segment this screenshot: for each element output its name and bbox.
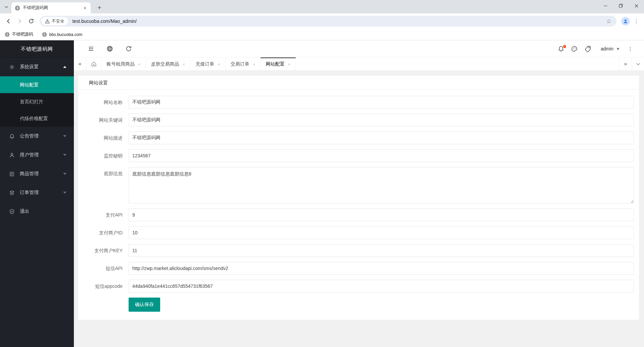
form-row: 网站名称 [78, 96, 639, 109]
notifications-bell-icon[interactable] [554, 40, 568, 57]
card-title: 网站设置 [78, 76, 639, 90]
avatar-icon [621, 17, 630, 26]
header-right: admin ▼ ⋮ [554, 40, 636, 57]
refresh-page-icon[interactable] [122, 40, 135, 57]
sidebar-logo: 不错吧源码网 [0, 40, 74, 57]
monitor-secret-input[interactable] [129, 149, 634, 162]
browser-tab[interactable]: 不错吧源码网 × [11, 2, 91, 13]
user-menu[interactable]: admin ▼ [601, 46, 620, 51]
workspace-tab[interactable]: 充值订单 × [190, 57, 226, 70]
workspace-tab-label: 皮肤交易商品 [151, 61, 179, 67]
bookmark-label: bbs.bucuoba.com [49, 32, 83, 37]
home-icon [91, 61, 97, 67]
content-area: 网站设置 网站名称 网站关键词 网站描述 监控秘钥 [74, 71, 644, 347]
tabs-menu-icon[interactable] [632, 57, 644, 70]
tab-close-icon[interactable]: × [288, 62, 290, 67]
sidebar-item-label: 退出 [20, 208, 29, 215]
reload-icon[interactable] [26, 15, 37, 27]
pay-merchant-key-input[interactable] [129, 244, 634, 257]
bookmark-label: 不错吧源码 [12, 32, 33, 37]
browser-tab-strip: 不错吧源码网 × + [0, 0, 644, 13]
sms-appcode-input[interactable] [129, 280, 634, 293]
back-icon[interactable] [3, 15, 14, 27]
sidebar: 不错吧源码网 系统设置 网站配置 首页幻灯片 代练价格配置 公告管理 用户管理 [0, 40, 74, 347]
tab-close-icon[interactable]: × [138, 62, 141, 67]
main-area: admin ▼ ⋮ « 账号租用商品 × 皮肤交易商品 × 充值订单 × [74, 40, 644, 347]
website-globe-icon[interactable] [103, 40, 116, 57]
chevron-down-icon [63, 154, 66, 156]
globe-icon [42, 32, 47, 37]
footer-info-textarea[interactable]: 底部信息底部信息底部信息8 [129, 167, 634, 203]
sidebar-subitem-site-config[interactable]: 网站配置 [0, 76, 74, 93]
security-label: 不安全 [52, 18, 64, 24]
chevron-down-icon [63, 192, 66, 194]
sidebar-item-announcements[interactable]: 公告管理 [0, 127, 74, 146]
omnibox[interactable]: 不安全 test.bucuoba.com/Mao_admin/ ☆ [40, 16, 616, 27]
site-name-input[interactable] [129, 96, 634, 109]
form-row: 支付商户ID [78, 226, 639, 239]
chevron-down-icon [636, 62, 640, 66]
site-settings-form: 网站名称 网站关键词 网站描述 监控秘钥 [78, 90, 639, 312]
system-settings-submenu: 网站配置 首页幻灯片 代练价格配置 [0, 76, 74, 127]
header-more-icon[interactable]: ⋮ [625, 40, 636, 57]
workspace-tab[interactable]: 交易订单 × [226, 57, 261, 70]
field-label: 监控秘钥 [78, 149, 129, 162]
restore-icon[interactable] [613, 0, 629, 11]
sidebar-item-label: 订单管理 [20, 190, 39, 196]
security-chip[interactable]: 不安全 [41, 17, 68, 25]
url-text[interactable]: test.bucuoba.com/Mao_admin/ [73, 18, 605, 24]
tabs-scroll-right-icon[interactable]: » [619, 57, 632, 70]
workspace-tab-bar: « 账号租用商品 × 皮肤交易商品 × 充值订单 × 交易订单 × 网站配置 [74, 57, 644, 71]
workspace-tab-active[interactable]: 网站配置 × [261, 57, 296, 70]
field-label: 网站名称 [78, 96, 129, 109]
chevron-up-icon [63, 66, 66, 68]
tab-list-chevron-icon[interactable] [3, 3, 10, 11]
site-keywords-input[interactable] [129, 114, 634, 126]
settings-card: 网站设置 网站名称 网站关键词 网站描述 监控秘钥 [78, 76, 639, 320]
chevron-down-icon [63, 173, 66, 175]
workspace-tab-label: 充值订单 [195, 61, 214, 67]
tabs-scroll-left-icon[interactable]: « [74, 57, 86, 70]
close-window-icon[interactable] [629, 0, 644, 11]
bookmark-star-icon[interactable]: ☆ [604, 17, 613, 26]
forward-icon[interactable] [14, 15, 26, 27]
form-row: 短信API [78, 262, 639, 275]
workspace-tab[interactable]: 皮肤交易商品 × [146, 57, 191, 70]
bookmark-item[interactable]: 不错吧源码 [5, 32, 33, 37]
site-description-input[interactable] [129, 131, 634, 144]
sidebar-subitem-boost-price-config[interactable]: 代练价格配置 [0, 110, 74, 127]
minimize-icon[interactable] [598, 0, 613, 11]
pay-merchant-id-input[interactable] [129, 226, 634, 239]
collapse-sidebar-icon[interactable] [85, 40, 97, 57]
workspace-tab[interactable]: 账号租用商品 × [101, 57, 146, 70]
globe-icon [5, 32, 10, 37]
sidebar-subitem-home-slides[interactable]: 首页幻灯片 [0, 93, 74, 110]
warning-icon [45, 19, 50, 24]
admin-app: 不错吧源码网 系统设置 网站配置 首页幻灯片 代练价格配置 公告管理 用户管理 [0, 40, 644, 347]
form-row: 短信appcode [78, 280, 639, 293]
home-tab[interactable] [86, 57, 101, 70]
bell-icon [9, 133, 15, 139]
new-tab-button[interactable]: + [95, 3, 104, 12]
tag-icon[interactable] [581, 40, 595, 57]
sidebar-item-goods[interactable]: 商品管理 [0, 164, 74, 183]
sidebar-item-orders[interactable]: 订单管理 [0, 183, 74, 202]
field-label: 短信appcode [78, 280, 129, 293]
save-button[interactable]: 确认保存 [129, 298, 160, 312]
tab-close-icon[interactable]: × [183, 62, 185, 67]
workspace-tab-label: 账号租用商品 [106, 61, 135, 67]
pay-api-input[interactable] [129, 208, 634, 221]
tab-close-icon[interactable]: × [218, 62, 220, 67]
theme-palette-icon[interactable] [568, 40, 581, 57]
workspace-tab-label: 交易订单 [231, 61, 249, 67]
form-row: 支付API [78, 208, 639, 221]
browser-menu-icon[interactable]: ⋮ [631, 15, 641, 27]
profile-avatar[interactable] [620, 15, 631, 27]
sidebar-item-users[interactable]: 用户管理 [0, 146, 74, 164]
tab-close-icon[interactable]: × [253, 62, 256, 67]
bookmark-item[interactable]: bbs.bucuoba.com [42, 32, 83, 37]
sidebar-item-system-settings[interactable]: 系统设置 [0, 57, 74, 76]
tab-close-icon[interactable]: × [82, 5, 88, 11]
sms-api-input[interactable] [129, 262, 634, 275]
sidebar-item-logout[interactable]: 退出 [0, 202, 74, 221]
